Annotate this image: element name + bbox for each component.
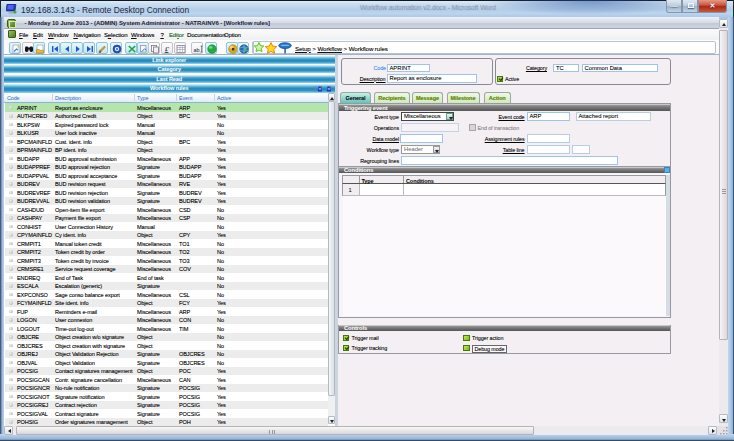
svg-text:£: £ xyxy=(164,45,169,55)
svg-text:ab: ab xyxy=(193,47,199,53)
